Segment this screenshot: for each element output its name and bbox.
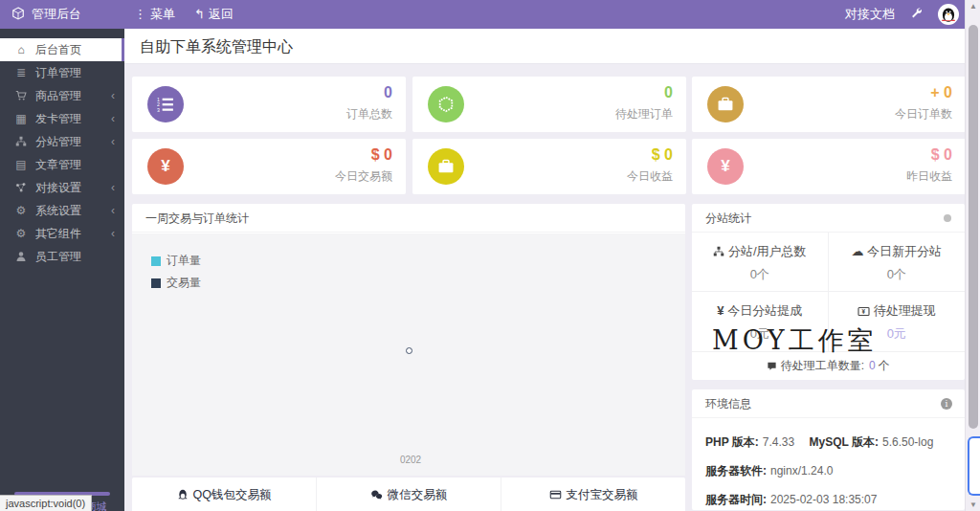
briefcase-icon [707, 86, 744, 122]
stat-label: 今日收益 [627, 168, 673, 185]
wechat-icon [370, 489, 383, 503]
home-icon: ⌂ [13, 38, 29, 61]
stat-card-today-profit: $ 0 今日收益 [412, 139, 686, 194]
environment-title: 环境信息 [705, 397, 751, 411]
payments-panel: QQ钱包交易额 0元 微信交易额 0元 支付宝交易额 0元 [132, 478, 685, 511]
browser-status-bar: javascript:void(0) [0, 495, 92, 511]
substation-grid: 分站/用户总数 0个 ☁ 今日新开分站 0个 ¥ 今日分站提成 0元 ¥待处理提… [692, 233, 965, 351]
topnav: ⋮菜单 ↰返回 [134, 0, 234, 29]
stat-label: 订单总数 [346, 106, 392, 122]
menu-toggle[interactable]: ⋮菜单 [134, 0, 175, 29]
sidebar-item-goods[interactable]: 商品管理‹ [0, 84, 124, 107]
scrollbar-thumb[interactable] [969, 25, 978, 429]
legend-swatch [151, 278, 161, 288]
sidebar-item-cards[interactable]: ▦发卡管理‹ [0, 107, 124, 130]
user-avatar[interactable] [938, 4, 959, 25]
qq-penguin-icon [940, 6, 957, 23]
sidebar-item-orders[interactable]: ≣订单管理 [0, 61, 124, 84]
scroll-down-icon[interactable]: ▼ [966, 500, 980, 509]
list-icon: ≣ [13, 61, 29, 84]
floating-widget[interactable] [968, 436, 980, 496]
legend-item-trades[interactable]: 交易量 [151, 275, 201, 291]
stat-label: 今日交易额 [335, 168, 392, 185]
stat-card-today-volume: ¥ $ 0 今日交易额 [132, 139, 406, 194]
legend-swatch [151, 256, 161, 266]
stat-value: + 0 [930, 84, 952, 101]
banknote-icon: ¥ [858, 305, 870, 320]
stat-value: 0 [664, 84, 673, 101]
sidebar: ⌂后台首页 ≣订单管理 商品管理‹ ▦发卡管理‹ 分站管理‹ ▤文章管理 对接设… [0, 29, 124, 511]
sidebar-item-staff[interactable]: 员工管理 [0, 245, 124, 268]
environment-rows: PHP 版本:7.4.33 MySQL 版本:5.6.50-log 服务器软件:… [692, 418, 965, 508]
chat-bubble-icon [767, 354, 777, 382]
topbar: 管理后台 ⋮菜单 ↰返回 对接文档 [0, 0, 980, 29]
cloud-icon: ☁ [851, 244, 863, 258]
wrench-icon[interactable] [910, 7, 923, 22]
stat-label: 待处理订单 [615, 106, 673, 122]
env-row-versions: PHP 版本:7.4.33 MySQL 版本:5.6.50-log [705, 434, 951, 451]
scrollbar[interactable]: ▲ ▼ [965, 0, 980, 511]
stat-label: 今日订单数 [895, 106, 952, 122]
sidebar-item-home[interactable]: ⌂后台首页 [0, 38, 124, 61]
cogs-icon: ⚙ [13, 222, 29, 245]
substation-cell-new: ☁ 今日新开分站 0个 [829, 233, 966, 292]
briefcase-icon [428, 148, 464, 185]
kebab-menu-icon: ⋮ [134, 7, 146, 21]
back-button[interactable]: ↰返回 [194, 0, 234, 29]
ticket-count: 0 [869, 359, 876, 372]
brand[interactable]: 管理后台 [0, 0, 124, 29]
environment-panel: 环境信息i PHP 版本:7.4.33 MySQL 版本:5.6.50-log … [692, 389, 965, 510]
svg-text:¥: ¥ [861, 308, 865, 315]
brand-title: 管理后台 [32, 7, 81, 21]
ordered-list-icon: 123 [147, 86, 184, 122]
stat-card-yesterday-profit: ¥ $ 0 昨日收益 [692, 139, 966, 194]
sidebar-item-articles[interactable]: ▤文章管理 [0, 153, 124, 176]
substation-cell-withdraw: ¥待处理提现 0元 [829, 292, 966, 351]
weekly-chart: 订单量 交易量 0202 [132, 233, 685, 476]
cube-logo-icon [11, 2, 25, 31]
sitemap-icon [713, 246, 724, 260]
sidebar-item-substation[interactable]: 分站管理‹ [0, 130, 124, 153]
gear-icon: ⚙ [13, 199, 29, 222]
chevron-left-icon: ‹ [111, 107, 115, 130]
yen-icon: ¥ [707, 148, 744, 185]
substation-value: 0个 [829, 266, 966, 283]
substation-value: 0元 [692, 325, 828, 343]
stat-label: 昨日收益 [906, 168, 952, 185]
payment-wechat: 微信交易额 0元 [316, 478, 501, 511]
docs-link[interactable]: 对接文档 [845, 6, 895, 23]
substation-panel: 分站统计 分站/用户总数 0个 ☁ 今日新开分站 0个 ¥ 今日分站提成 0元 … [692, 204, 965, 380]
sidebar-item-system[interactable]: ⚙系统设置‹ [0, 199, 124, 222]
stat-value: $ 0 [652, 146, 673, 164]
credit-card-icon [549, 489, 562, 503]
substation-cell-users: 分站/用户总数 0个 [692, 233, 829, 292]
chart-legend: 订单量 交易量 [151, 253, 201, 297]
chart-data-point[interactable] [406, 347, 412, 354]
yen-icon: ¥ [717, 303, 724, 318]
chart-title: 一周交易与订单统计 [132, 204, 685, 233]
stat-card-total-orders: 123 0 订单总数 [132, 77, 406, 132]
grid-icon: ▦ [13, 107, 29, 130]
info-icon[interactable]: i [941, 398, 952, 410]
scroll-up-icon[interactable]: ▲ [966, 2, 980, 11]
sidebar-item-components[interactable]: ⚙其它组件‹ [0, 222, 124, 245]
weekly-chart-panel: 一周交易与订单统计 订单量 交易量 0202 [132, 204, 685, 476]
env-row-time: 服务器时间:2025-02-03 18:35:07 [705, 492, 951, 508]
payment-qq: QQ钱包交易额 0元 [132, 478, 316, 511]
nodes-icon [13, 176, 29, 199]
x-axis-tick: 0202 [387, 455, 434, 465]
chevron-left-icon: ‹ [111, 84, 115, 107]
stat-card-today-orders: + 0 今日订单数 [692, 77, 966, 132]
stat-card-pending-orders: 0 待处理订单 [412, 77, 686, 132]
topbar-right: 对接文档 [845, 0, 959, 29]
chevron-left-icon: ‹ [111, 130, 115, 153]
stat-value: $ 0 [371, 146, 392, 164]
hexagon-icon [428, 86, 464, 122]
chevron-left-icon: ‹ [111, 222, 115, 245]
env-row-server: 服务器软件:nginx/1.24.0 [705, 463, 951, 479]
substation-value: 0元 [829, 325, 966, 343]
chevron-left-icon: ‹ [111, 199, 115, 222]
cart-icon [13, 84, 29, 107]
legend-item-orders[interactable]: 订单量 [151, 253, 201, 269]
sidebar-item-docking[interactable]: 对接设置‹ [0, 176, 124, 199]
